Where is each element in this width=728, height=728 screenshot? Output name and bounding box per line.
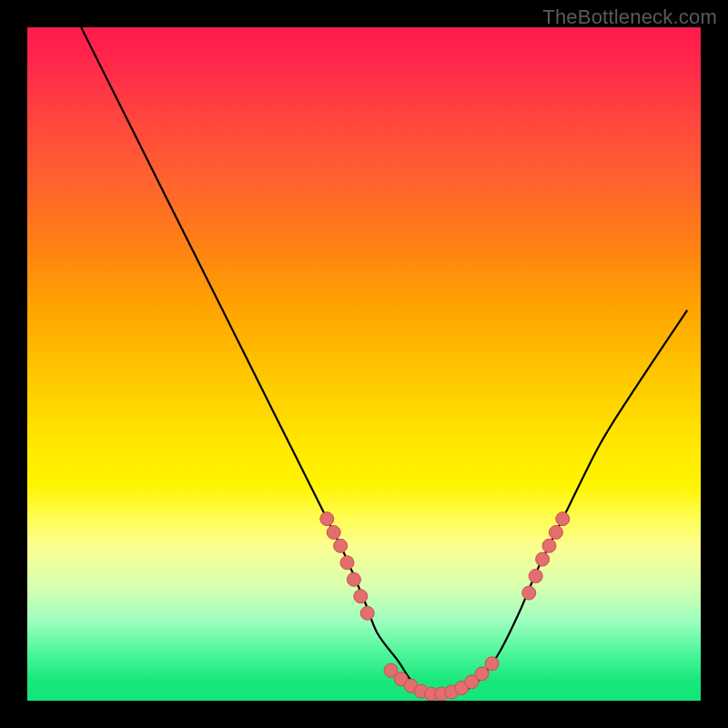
bottleneck-chart-svg xyxy=(27,27,701,701)
curve-marker-dot xyxy=(485,657,499,671)
curve-marker-dot xyxy=(334,539,348,552)
curve-marker-dot xyxy=(522,586,536,600)
curve-marker-dot xyxy=(340,556,354,570)
curve-marker-dot xyxy=(542,539,556,552)
curve-marker-dot xyxy=(354,590,368,603)
curve-marker-dot xyxy=(360,606,374,620)
curve-marker-dot xyxy=(556,512,570,526)
chart-frame: TheBottleneck.com xyxy=(0,0,728,728)
curve-markers xyxy=(320,512,570,701)
curve-marker-dot xyxy=(320,512,334,526)
curve-marker-dot xyxy=(549,526,562,540)
bottleneck-curve xyxy=(81,27,687,694)
curve-marker-dot xyxy=(529,570,542,583)
curve-marker-dot xyxy=(475,667,489,681)
plot-area xyxy=(27,27,701,701)
watermark-text: TheBottleneck.com xyxy=(542,5,717,29)
curve-marker-dot xyxy=(327,526,340,540)
curve-marker-dot xyxy=(347,572,360,586)
curve-marker-dot xyxy=(536,552,550,566)
